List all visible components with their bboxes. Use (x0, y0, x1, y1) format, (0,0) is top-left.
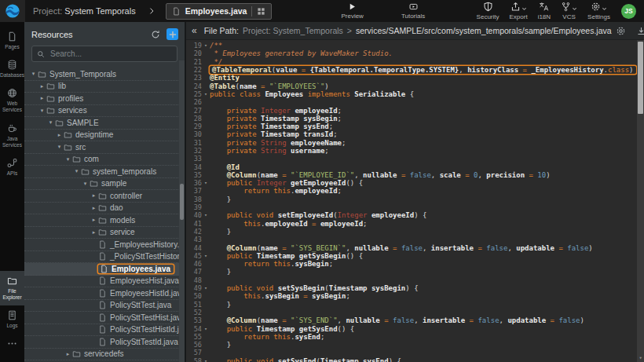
code-line[interactable]: 56 } (186, 341, 635, 349)
code-line[interactable]: 23@Entity (186, 74, 635, 82)
code-line[interactable]: 58▾ public void setSysEnd(Timestamp sysE… (186, 357, 635, 362)
code-line[interactable]: 41 this.employeeId = employeeId; (186, 220, 635, 228)
code-line[interactable]: 32 private String username; (186, 147, 635, 155)
fold-marker-icon[interactable]: ▾ (202, 42, 210, 49)
sidebar-item-java-services[interactable]: Java Services (0, 119, 24, 153)
code-line[interactable]: 49▾ public void setSysBegin(Timestamp sy… (186, 284, 635, 292)
tree-item-lib[interactable]: ▸lib (24, 81, 185, 93)
wavemaker-logo[interactable] (0, 0, 25, 22)
expand-arrow-icon[interactable]: ▸ (38, 95, 46, 101)
expand-arrow-icon[interactable]: ▸ (55, 132, 64, 138)
topbar-vcs-button[interactable]: VCS (561, 2, 577, 20)
collapse-arrow-icon[interactable]: ▾ (64, 156, 72, 163)
refresh-icon[interactable] (151, 30, 160, 39)
topbar-i18n-button[interactable]: i18N (538, 2, 551, 20)
search-input[interactable] (49, 49, 172, 59)
collapse-panel-button[interactable]: « (188, 25, 200, 36)
code-line[interactable]: 26 (186, 98, 635, 106)
code-line[interactable]: 46 return this.sysBegin; (186, 260, 635, 268)
tree-item-policystttesthist-java[interactable]: PolicySttTestHist.java (24, 312, 185, 324)
sidebar-item-web-services[interactable]: Web Services (0, 83, 24, 118)
code-line[interactable]: 52 (186, 309, 635, 316)
code-line[interactable]: 20 * Employees generated by WaveMaker St… (186, 49, 635, 57)
sidebar-item-apis[interactable]: APIs (0, 153, 24, 181)
topbar-export-button[interactable]: Export (510, 2, 528, 20)
tree-item-policystttest-java[interactable]: PolicySttTest.java (24, 300, 185, 313)
add-resource-button[interactable] (166, 28, 178, 40)
tree-item-employeeshistid-java[interactable]: EmployeesHistId.java (24, 287, 185, 300)
code-line[interactable]: 38 } (186, 196, 635, 203)
tree-item-profiles[interactable]: ▸profiles (24, 93, 185, 105)
code-line[interactable]: 31 private String employeeName; (186, 139, 635, 147)
tree-item-models[interactable]: ▸models (24, 214, 185, 227)
code-line[interactable]: 27 private Integer employeeId; (186, 106, 635, 114)
collapse-arrow-icon[interactable]: ▾ (38, 108, 46, 114)
tab-employees-java[interactable]: Employees.java (166, 3, 273, 20)
code-line[interactable]: 40▾ public void setEmployeeId(Integer em… (186, 211, 635, 219)
tree-item-controller[interactable]: ▸controller (24, 190, 185, 203)
expand-arrow-icon[interactable]: ▸ (64, 351, 72, 357)
tree-item-policystttesthistid-java[interactable]: PolicySttTestHistId.java (24, 324, 185, 337)
code-line[interactable]: 22@TableTemporal(value = {TableTemporal.… (186, 66, 635, 74)
sidebar-item-file-explorer[interactable]: File Explorer (0, 271, 24, 305)
code-line[interactable]: 30 private Timestamp transId; (186, 130, 635, 138)
code-line[interactable]: 33 (186, 155, 635, 163)
tree-item-dao[interactable]: ▸dao (24, 203, 185, 215)
code-line[interactable]: 28 private Timestamp sysBegin; (186, 115, 635, 122)
tree-item-services[interactable]: ▾services (24, 105, 185, 118)
tree-item-servicedefs[interactable]: ▸servicedefs (24, 349, 185, 361)
code-line[interactable]: 53 @Column(name = "`SYS_END`", nullable … (186, 316, 635, 324)
code-editor[interactable]: 19▾/**20 * Employees generated by WaveMa… (186, 40, 644, 362)
tree-item-policystttesthistory-java[interactable]: _PolicySttTestHistory.java (24, 251, 185, 264)
preview-button[interactable]: Preview (341, 2, 363, 20)
code-line[interactable]: 36▾ public Integer getEmployeeId() { (186, 179, 635, 187)
code-line[interactable]: 50 this.sysBegin = sysBegin; (186, 292, 635, 300)
sidebar-item-more[interactable] (0, 334, 24, 356)
collapse-arrow-icon[interactable]: ▾ (81, 181, 90, 187)
tree-item-system-temporals[interactable]: ▾system_temporals (24, 166, 185, 178)
code-line[interactable]: 47 } (186, 268, 635, 276)
tree-item-employeeshist-java[interactable]: EmployeesHist.java (24, 276, 185, 288)
expand-arrow-icon[interactable]: ▸ (90, 205, 98, 211)
code-line[interactable]: 39 (186, 203, 635, 211)
scrollbar-down-arrow-icon[interactable]: ▾ (637, 355, 644, 361)
resources-scrollbar[interactable] (179, 60, 185, 362)
topbar-security-button[interactable]: Security (477, 2, 499, 20)
topbar-settings-button[interactable]: Settings (587, 2, 610, 20)
code-line[interactable]: 21 */ (186, 58, 635, 66)
tree-item-sample[interactable]: ▾sample (24, 178, 185, 191)
tree-item-employeeshistory-java[interactable]: _EmployeesHistory.java (24, 239, 185, 251)
fold-marker-icon[interactable]: ▾ (202, 285, 210, 291)
tree-item-system-temporals[interactable]: ▾System_Temporals (24, 68, 185, 81)
tree-item-employees-java[interactable]: Employees.java (24, 263, 185, 276)
sidebar-item-databases[interactable]: Databases (0, 55, 24, 83)
expand-arrow-icon[interactable]: ▸ (38, 83, 46, 90)
code-line[interactable]: 51 } (186, 301, 635, 309)
search-box[interactable] (31, 46, 177, 62)
code-line[interactable]: 48 (186, 276, 635, 284)
code-line[interactable]: 45▾ public Timestamp getSysBegin() { (186, 252, 635, 260)
fold-marker-icon[interactable]: ▾ (202, 180, 210, 186)
user-avatar[interactable]: JS (621, 4, 636, 19)
resources-scrollbar-thumb[interactable] (180, 184, 184, 220)
tree-item-designtime[interactable]: ▸designtime (24, 130, 185, 142)
code-line[interactable]: 25▾public class Employees implements Ser… (186, 90, 635, 98)
fold-marker-icon[interactable]: ▾ (202, 212, 210, 218)
editor-scrollbar-thumb[interactable] (638, 42, 643, 114)
expand-arrow-icon[interactable]: ▸ (90, 229, 98, 236)
grid-icon[interactable] (257, 7, 265, 16)
code-line[interactable]: 35 @Column(name = "`EMPLOYEE_ID`", nulla… (186, 171, 635, 179)
tree-item-com[interactable]: ▾com (24, 154, 185, 166)
editor-scrollbar[interactable]: ▾ (637, 40, 644, 362)
code-line[interactable]: 37 return this.employeeId; (186, 187, 635, 195)
tree-item-sample[interactable]: ▾SAMPLE (24, 117, 185, 130)
code-line[interactable]: 29 private Timestamp sysEnd; (186, 122, 635, 130)
tutorials-button[interactable]: Tutorials (401, 2, 425, 20)
fold-marker-icon[interactable]: ▾ (202, 91, 210, 97)
code-line[interactable]: 34 @Id (186, 163, 635, 170)
collapse-arrow-icon[interactable]: ▾ (72, 168, 81, 174)
collapse-arrow-icon[interactable]: ▾ (46, 119, 55, 126)
code-line[interactable]: 42 } (186, 228, 635, 236)
tree-item-policystttestid-java[interactable]: PolicySttTestId.java (24, 336, 185, 349)
code-line[interactable]: 19▾/** (186, 42, 635, 49)
